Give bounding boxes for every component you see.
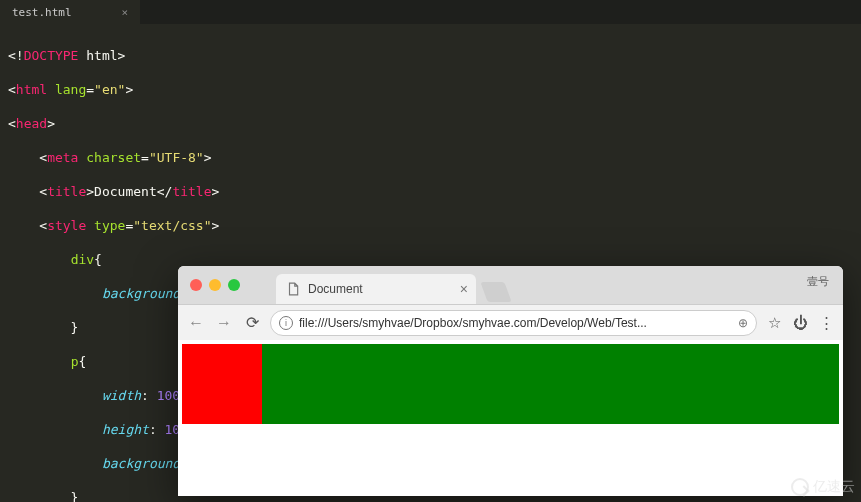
close-icon[interactable]: × [460, 281, 468, 297]
code-line: <head> [8, 115, 853, 132]
address-bar[interactable]: i file:///Users/smyhvae/Dropbox/smyhvae.… [270, 310, 757, 336]
menu-icon[interactable]: ⋮ [817, 314, 835, 332]
forward-icon[interactable]: → [214, 314, 234, 332]
zoom-icon[interactable]: ⊕ [738, 316, 748, 330]
code-line: <!DOCTYPE html> [8, 47, 853, 64]
browser-window: Document × 壹号 ← → ⟳ i file:///Users/smyh… [178, 266, 843, 496]
reload-icon[interactable]: ⟳ [242, 313, 262, 332]
rendered-p [182, 344, 262, 424]
power-icon[interactable]: ⏻ [791, 314, 809, 331]
traffic-zoom-icon[interactable] [228, 279, 240, 291]
watermark: 亿速云 [791, 478, 855, 496]
back-icon[interactable]: ← [186, 314, 206, 332]
star-icon[interactable]: ☆ [765, 314, 783, 332]
traffic-close-icon[interactable] [190, 279, 202, 291]
watermark-text: 亿速云 [813, 478, 855, 496]
browser-viewport [178, 340, 843, 496]
rendered-div [182, 344, 839, 424]
code-line: <title>Document</title> [8, 183, 853, 200]
tab-filename: test.html [12, 6, 72, 19]
browser-titlebar: Document × 壹号 [178, 266, 843, 304]
code-line: <html lang="en"> [8, 81, 853, 98]
window-controls [178, 279, 252, 291]
browser-tab-title: Document [308, 282, 363, 296]
file-icon [286, 282, 300, 296]
new-tab-button[interactable] [480, 282, 511, 302]
corner-mark: 壹号 [807, 274, 829, 289]
editor-tab[interactable]: test.html × [0, 0, 140, 24]
editor-tab-bar: test.html × [0, 0, 861, 24]
code-line: <meta charset="UTF-8"> [8, 149, 853, 166]
traffic-minimize-icon[interactable] [209, 279, 221, 291]
url-text: file:///Users/smyhvae/Dropbox/smyhvae.co… [299, 316, 647, 330]
watermark-icon [791, 478, 809, 496]
site-info-icon[interactable]: i [279, 316, 293, 330]
code-line: <style type="text/css"> [8, 217, 853, 234]
browser-toolbar: ← → ⟳ i file:///Users/smyhvae/Dropbox/sm… [178, 304, 843, 340]
browser-tab[interactable]: Document × [276, 274, 476, 304]
close-icon[interactable]: × [122, 6, 129, 19]
